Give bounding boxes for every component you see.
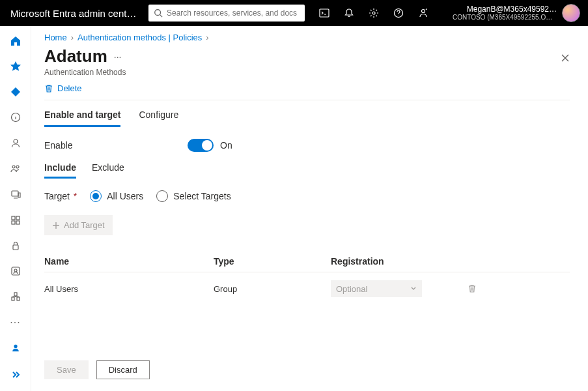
breadcrumb: Home › Authentication methods | Policies… bbox=[44, 33, 570, 42]
nav-devices-icon[interactable] bbox=[0, 182, 31, 207]
nav-person-blue-icon[interactable] bbox=[0, 336, 31, 360]
col-header-registration: Registration bbox=[331, 256, 448, 267]
chevron-down-icon bbox=[410, 285, 417, 292]
page-title: Adatum bbox=[44, 46, 107, 66]
top-bar: Microsoft Entra admin cent… MeganB@M365x… bbox=[0, 0, 588, 26]
svg-rect-13 bbox=[12, 221, 15, 224]
nav-favorites-icon[interactable] bbox=[0, 54, 31, 78]
radio-icon bbox=[90, 190, 102, 202]
radio-icon bbox=[156, 190, 168, 202]
tab-exclude[interactable]: Exclude bbox=[92, 162, 124, 179]
tab-include[interactable]: Include bbox=[44, 162, 76, 179]
radio-select-targets[interactable]: Select Targets bbox=[156, 190, 231, 202]
account-tenant: CONTOSO (M365X49592255.ON… bbox=[453, 14, 557, 21]
tab-enable-target[interactable]: Enable and target bbox=[44, 109, 120, 127]
cell-name: All Users bbox=[44, 284, 214, 294]
svg-point-0 bbox=[155, 10, 161, 16]
more-menu-icon[interactable]: ··· bbox=[114, 51, 122, 62]
target-label: Target * bbox=[44, 191, 77, 201]
notifications-icon[interactable] bbox=[337, 0, 361, 26]
save-button: Save bbox=[44, 360, 89, 379]
brand-label[interactable]: Microsoft Entra admin cent… bbox=[5, 8, 148, 19]
registration-select: Optional bbox=[331, 280, 422, 297]
svg-line-1 bbox=[160, 15, 163, 18]
svg-point-17 bbox=[14, 269, 17, 272]
content-area: Home › Authentication methods | Policies… bbox=[31, 26, 588, 391]
account-menu[interactable]: MeganB@M365x49592… CONTOSO (M365X4959225… bbox=[453, 4, 583, 22]
avatar[interactable] bbox=[562, 4, 580, 22]
enable-toggle[interactable] bbox=[188, 139, 214, 152]
targets-table: Name Type Registration All Users Group O… bbox=[44, 251, 570, 305]
delete-label: Delete bbox=[57, 83, 82, 93]
enable-label: Enable bbox=[44, 140, 188, 151]
svg-rect-10 bbox=[12, 191, 18, 196]
col-header-type: Type bbox=[214, 256, 331, 267]
search-input[interactable] bbox=[167, 8, 300, 18]
svg-point-7 bbox=[14, 139, 18, 143]
svg-rect-19 bbox=[12, 297, 14, 300]
nav-apps-icon[interactable] bbox=[0, 208, 31, 232]
nav-user-icon[interactable] bbox=[0, 131, 31, 155]
svg-rect-14 bbox=[16, 221, 20, 224]
discard-button[interactable]: Discard bbox=[96, 360, 150, 379]
nav-info-icon[interactable] bbox=[0, 106, 31, 130]
svg-point-5 bbox=[422, 10, 425, 13]
col-header-name: Name bbox=[44, 256, 214, 267]
nav-expand-icon[interactable] bbox=[0, 363, 31, 387]
svg-rect-20 bbox=[17, 297, 20, 300]
svg-point-8 bbox=[12, 166, 15, 168]
nav-governance-icon[interactable] bbox=[0, 285, 31, 309]
page-subtitle: Authentication Methods bbox=[44, 68, 570, 77]
nav-groups-icon[interactable] bbox=[0, 156, 31, 181]
svg-point-3 bbox=[372, 12, 375, 14]
help-icon[interactable] bbox=[387, 0, 410, 26]
breadcrumb-policies[interactable]: Authentication methods | Policies bbox=[77, 33, 202, 42]
svg-rect-2 bbox=[320, 9, 329, 17]
tab-configure[interactable]: Configure bbox=[139, 109, 178, 127]
top-icon-group bbox=[313, 0, 435, 26]
svg-rect-11 bbox=[12, 216, 15, 220]
footer-actions: Save Discard bbox=[44, 360, 150, 379]
add-target-button: Add Target bbox=[44, 215, 113, 235]
nav-identity-icon[interactable] bbox=[0, 259, 31, 283]
nav-more-icon[interactable]: ··· bbox=[0, 310, 31, 334]
svg-rect-12 bbox=[16, 216, 20, 220]
svg-rect-16 bbox=[12, 267, 20, 275]
close-icon[interactable] bbox=[561, 53, 570, 63]
trash-icon bbox=[44, 84, 53, 93]
account-email: MeganB@M365x49592… bbox=[453, 5, 557, 14]
enable-state: On bbox=[220, 140, 232, 151]
cloud-shell-icon[interactable] bbox=[313, 0, 336, 26]
cell-type: Group bbox=[214, 284, 331, 294]
include-exclude-tabs: Include Exclude bbox=[44, 162, 570, 179]
svg-point-9 bbox=[16, 166, 19, 168]
delete-button[interactable]: Delete bbox=[44, 83, 82, 93]
row-delete-icon[interactable] bbox=[468, 284, 477, 293]
left-nav: ··· bbox=[0, 26, 31, 391]
feedback-icon[interactable] bbox=[412, 0, 435, 26]
breadcrumb-home[interactable]: Home bbox=[44, 33, 67, 42]
settings-icon[interactable] bbox=[362, 0, 385, 26]
table-row: All Users Group Optional bbox=[44, 272, 570, 305]
svg-rect-18 bbox=[14, 293, 17, 296]
radio-all-users[interactable]: All Users bbox=[90, 190, 143, 202]
chevron-right-icon: › bbox=[71, 33, 74, 42]
chevron-right-icon: › bbox=[206, 33, 208, 42]
global-search[interactable] bbox=[148, 5, 305, 22]
nav-protect-icon[interactable] bbox=[0, 233, 31, 257]
svg-point-21 bbox=[14, 345, 17, 348]
svg-rect-15 bbox=[13, 245, 18, 250]
nav-home-icon[interactable] bbox=[0, 29, 31, 53]
nav-diamond-icon[interactable] bbox=[0, 80, 31, 104]
main-tabs: Enable and target Configure bbox=[44, 109, 570, 127]
search-icon bbox=[154, 8, 163, 18]
plus-icon bbox=[52, 222, 60, 229]
